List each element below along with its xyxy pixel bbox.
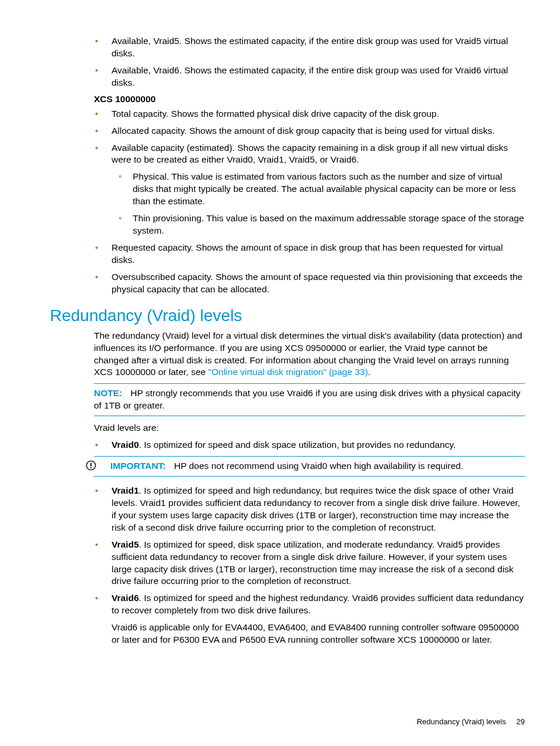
list-item-text: Available capacity (estimated). Shows th… <box>112 143 508 165</box>
intro-text-post: . <box>368 367 370 377</box>
important-text: HP does not recommend using Vraid0 when … <box>174 461 463 471</box>
page-footer: Redundancy (Vraid) levels 29 <box>417 717 525 726</box>
intro-paragraph: The redundancy (Vraid) level for a virtu… <box>94 330 525 379</box>
note-text: HP strongly recommends that you use Vrai… <box>94 388 520 410</box>
vraid1-text: . Is optimized for speed and high redund… <box>112 485 520 532</box>
levels-intro: Vraid levels are: <box>94 422 525 434</box>
note-block: NOTE:HP strongly recommends that you use… <box>94 383 525 416</box>
footer-section-title: Redundancy (Vraid) levels <box>417 717 506 726</box>
vraid6-label: Vraid6 <box>112 593 139 603</box>
svg-rect-2 <box>90 467 92 468</box>
vraid0-text: . Is optimized for speed and disk space … <box>139 440 456 450</box>
vraid5-text: . Is optimized for speed, disk space uti… <box>112 539 514 586</box>
vraid5-label: Vraid5 <box>112 539 139 549</box>
list-item: Available, Vraid6. Shows the estimated c… <box>112 65 525 89</box>
xcs-bullet-list: Total capacity. Shows the formatted phys… <box>50 108 525 296</box>
list-item: Physical. This value is estimated from v… <box>133 171 525 208</box>
list-item: Thin provisioning. This value is based o… <box>133 212 525 237</box>
xcs-heading: XCS 10000000 <box>94 94 525 104</box>
svg-rect-1 <box>90 463 92 467</box>
online-migration-link[interactable]: "Online virtual disk migration" (page 33… <box>208 367 368 377</box>
vraid0-label: Vraid0 <box>112 440 139 450</box>
list-item: Vraid5. Is optimized for speed, disk spa… <box>112 539 525 588</box>
page-content: Available, Vraid5. Shows the estimated c… <box>0 0 560 674</box>
list-item: Requested capacity. Shows the amount of … <box>112 242 525 266</box>
list-item: Vraid6. Is optimized for speed and the h… <box>112 592 525 646</box>
top-bullet-list: Available, Vraid5. Shows the estimated c… <box>50 35 525 89</box>
list-item: Vraid1. Is optimized for speed and high … <box>112 485 525 534</box>
sub-list: Physical. This value is estimated from v… <box>112 171 525 237</box>
vraid6-extra: Vraid6 is applicable only for EVA4400, E… <box>112 622 525 646</box>
vraid-rest-list: Vraid1. Is optimized for speed and high … <box>50 485 525 646</box>
important-label: IMPORTANT: <box>110 461 166 471</box>
vraid1-label: Vraid1 <box>112 485 139 495</box>
list-item: Oversubscribed capacity. Shows the amoun… <box>112 271 525 296</box>
important-icon <box>86 460 96 471</box>
vraid6-text: . Is optimized for speed and the highest… <box>112 593 524 615</box>
footer-page-number: 29 <box>517 717 525 726</box>
list-item: Available, Vraid5. Shows the estimated c… <box>112 35 525 60</box>
section-heading: Redundancy (Vraid) levels <box>50 306 525 325</box>
important-block: IMPORTANT:HP does not recommend using Vr… <box>94 456 525 477</box>
list-item: Available capacity (estimated). Shows th… <box>112 142 525 237</box>
list-item: Total capacity. Shows the formatted phys… <box>112 108 525 120</box>
list-item: Allocated capacity. Shows the amount of … <box>112 125 525 137</box>
vraid0-list: Vraid0. Is optimized for speed and disk … <box>50 439 525 451</box>
note-label: NOTE: <box>94 388 122 398</box>
list-item: Vraid0. Is optimized for speed and disk … <box>112 439 525 451</box>
